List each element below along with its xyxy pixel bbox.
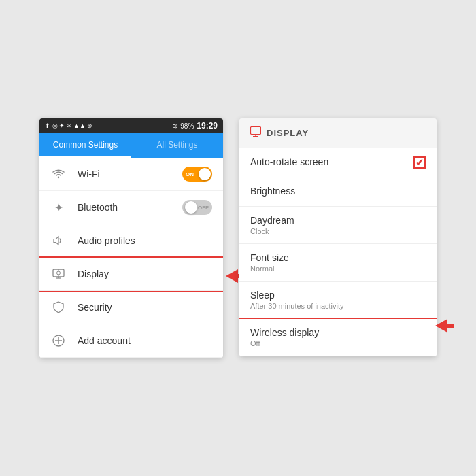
display-settings-panel: DISPLAY Auto-rotate screen ✔ Brightness bbox=[239, 118, 437, 356]
bluetooth-toggle[interactable]: OFF bbox=[182, 200, 212, 215]
settings-list: Wi-Fi ON ✦ Bluetooth OFF bbox=[39, 158, 223, 358]
tab-all-settings[interactable]: All Settings bbox=[131, 133, 223, 158]
wireless-display-subtitle: Off bbox=[250, 339, 426, 347]
display-item-daydream[interactable]: Daydream Clock bbox=[239, 207, 437, 244]
font-size-title: Font size bbox=[250, 252, 426, 263]
bluetooth-label: Bluetooth bbox=[78, 202, 182, 213]
sleep-subtitle: After 30 minutes of inactivity bbox=[250, 302, 426, 310]
display-item-sleep[interactable]: Sleep After 30 minutes of inactivity bbox=[239, 282, 437, 319]
tab-common-settings[interactable]: Common Settings bbox=[39, 133, 131, 158]
display-item-wireless-display[interactable]: Wireless display Off bbox=[239, 319, 437, 356]
brightness-content: Brightness bbox=[250, 186, 426, 198]
svg-point-0 bbox=[58, 177, 59, 178]
left-panel: ⬆ ◎ ✦ ✉ ▲▲ ⊛ ≋ 98% 19:29 Common Settings… bbox=[39, 118, 223, 358]
display-settings-list: Auto-rotate screen ✔ Brightness Daydream… bbox=[239, 148, 437, 356]
status-time: 19:29 bbox=[197, 121, 218, 131]
svg-marker-16 bbox=[435, 319, 454, 333]
toggle-knob bbox=[199, 168, 211, 180]
font-size-subtitle: Normal bbox=[250, 265, 426, 273]
battery-level: 98% bbox=[180, 122, 194, 130]
display-item-auto-rotate[interactable]: Auto-rotate screen ✔ bbox=[239, 148, 437, 177]
svg-point-4 bbox=[57, 271, 61, 275]
display-item-font-size[interactable]: Font size Normal bbox=[239, 244, 437, 282]
display-settings-icon bbox=[50, 266, 67, 282]
font-size-content: Font size Normal bbox=[250, 252, 426, 273]
display-panel-title: DISPLAY bbox=[267, 128, 309, 138]
settings-item-wifi[interactable]: Wi-Fi ON bbox=[39, 158, 223, 191]
daydream-title: Daydream bbox=[250, 215, 426, 226]
wifi-toggle[interactable]: ON bbox=[182, 167, 212, 182]
right-panel: DISPLAY Auto-rotate screen ✔ Brightness bbox=[239, 118, 437, 356]
wireless-display-title: Wireless display bbox=[250, 327, 426, 338]
display-panel-header: DISPLAY bbox=[239, 118, 437, 148]
daydream-subtitle: Clock bbox=[250, 227, 426, 235]
display-item-brightness[interactable]: Brightness bbox=[239, 177, 437, 207]
auto-rotate-title: Auto-rotate screen bbox=[250, 156, 413, 167]
wireless-display-content: Wireless display Off bbox=[250, 327, 426, 347]
settings-item-security[interactable]: Security bbox=[39, 291, 223, 324]
wifi-icon bbox=[50, 166, 67, 182]
settings-item-bluetooth[interactable]: ✦ Bluetooth OFF bbox=[39, 191, 223, 224]
status-bar: ⬆ ◎ ✦ ✉ ▲▲ ⊛ ≋ 98% 19:29 bbox=[39, 118, 223, 133]
display-header-icon bbox=[250, 126, 261, 139]
display-label: Display bbox=[78, 269, 212, 279]
audio-icon bbox=[50, 233, 67, 249]
phone-settings-panel: ⬆ ◎ ✦ ✉ ▲▲ ⊛ ≋ 98% 19:29 Common Settings… bbox=[39, 118, 223, 358]
add-account-label: Add account bbox=[78, 335, 212, 346]
security-label: Security bbox=[78, 302, 212, 313]
security-icon bbox=[50, 299, 67, 316]
add-account-icon bbox=[50, 333, 67, 349]
settings-item-audio[interactable]: Audio profiles bbox=[39, 224, 223, 258]
bluetooth-toggle-knob bbox=[185, 201, 197, 214]
toggle-off-text: OFF bbox=[198, 205, 209, 211]
auto-rotate-content: Auto-rotate screen bbox=[250, 156, 413, 169]
brightness-title: Brightness bbox=[250, 186, 426, 197]
svg-rect-13 bbox=[251, 127, 261, 135]
settings-item-display[interactable]: Display bbox=[39, 258, 223, 291]
settings-item-add-account[interactable]: Add account bbox=[39, 324, 223, 358]
auto-rotate-checkbox[interactable]: ✔ bbox=[413, 156, 426, 169]
status-icons: ⬆ ◎ ✦ ✉ ▲▲ ⊛ bbox=[45, 122, 92, 129]
sleep-title: Sleep bbox=[250, 290, 426, 301]
wifi-label: Wi-Fi bbox=[78, 169, 182, 180]
daydream-content: Daydream Clock bbox=[250, 215, 426, 235]
sleep-content: Sleep After 30 minutes of inactivity bbox=[250, 290, 426, 310]
wifi-signal-icon: ≋ bbox=[172, 122, 177, 130]
notification-icons: ⬆ ◎ ✦ ✉ ▲▲ ⊛ bbox=[45, 122, 92, 129]
audio-label: Audio profiles bbox=[78, 235, 212, 246]
settings-tab-bar: Common Settings All Settings bbox=[39, 133, 223, 158]
arrow-wireless-annotation bbox=[435, 319, 454, 333]
toggle-on-text: ON bbox=[186, 171, 194, 177]
bluetooth-icon: ✦ bbox=[50, 199, 67, 216]
